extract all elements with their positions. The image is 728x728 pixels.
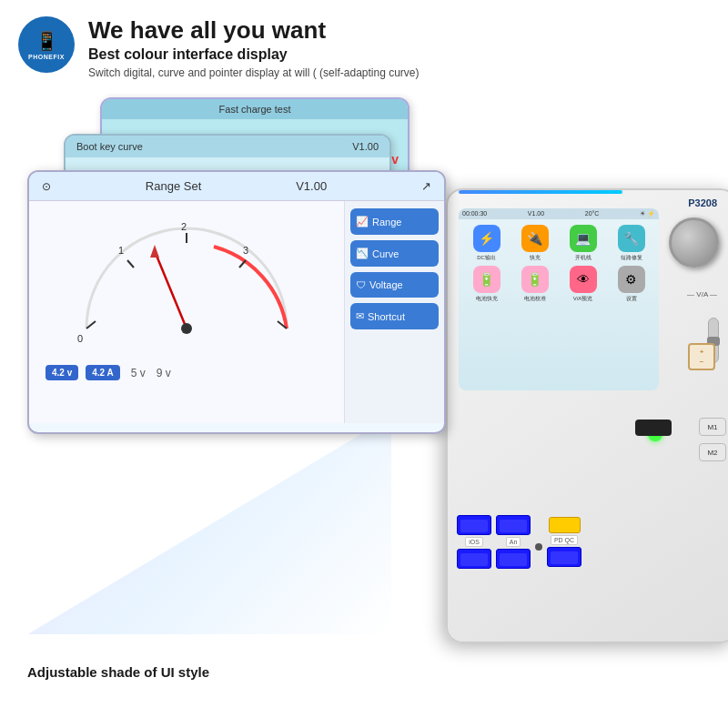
va-preview-icon: 👁: [570, 266, 597, 293]
boot-line-label: 开机线: [575, 254, 592, 262]
bottom-caption: Adjustable shade of UI style: [27, 664, 209, 680]
black-toggle[interactable]: [635, 420, 672, 436]
battery-calibrate-icon: 🔋: [521, 266, 549, 293]
short-repair-label: 短路修复: [621, 254, 642, 262]
shortcut-icon: ✉: [356, 310, 364, 322]
shortcut-button[interactable]: ✉ Shortcut: [350, 303, 439, 329]
logo: 📱 PHONEFIX: [18, 16, 75, 73]
screen-container: Fast charge test 8000 v 2400 A Boot key …: [27, 97, 482, 480]
svg-marker-11: [150, 245, 159, 258]
list-item[interactable]: 💻 开机线: [561, 225, 605, 262]
usb-port-an-top: [496, 515, 531, 535]
va-preview-label: V/A预览: [573, 295, 593, 303]
status-temp: 20°C: [585, 210, 600, 217]
screen-range-set: ⊙ Range Set V1.00 ↗: [27, 170, 446, 434]
svg-point-10: [181, 323, 192, 334]
page-subtitle: Best colour interface display: [88, 46, 710, 63]
logo-icon: 📱: [35, 30, 58, 52]
list-item[interactable]: 🔧 短路修复: [609, 225, 653, 262]
svg-text:2: 2: [181, 221, 187, 232]
status-version: V1.00: [528, 210, 544, 217]
range-label: Range: [372, 217, 401, 228]
front-screen-title: Range Set: [146, 179, 201, 193]
svg-line-1: [127, 260, 134, 268]
share-icon: ↗: [421, 179, 431, 193]
page-description: Switch digital, curve and pointer displa…: [88, 66, 710, 79]
shortcut-label: Shortcut: [368, 311, 405, 322]
port-row-1: iOS An PD QC: [457, 515, 672, 569]
pd-qc-label: PD QC: [551, 535, 578, 545]
meter-val1: 5 v: [131, 367, 146, 379]
screen-mid-header: Boot key curve V1.00: [66, 136, 389, 157]
svg-text:1: 1: [118, 245, 124, 256]
voltage-badge: 4.2 v: [46, 365, 78, 380]
m2-button[interactable]: M2: [699, 443, 726, 461]
battery-calibrate-label: 电池校准: [524, 295, 546, 303]
fast-charge-icon: 🔌: [521, 225, 549, 252]
device-body: P3208 00:00:30 V1.00 20°C ☀ ⚡ ⚡: [446, 188, 728, 643]
meter-bottom-values: 4.2 v 4.2 A 5 v 9 v: [38, 359, 335, 386]
settings-label: 设置: [626, 295, 637, 303]
voltage-label: Voltage: [369, 279, 403, 290]
device-ports-area: iOS An PD QC: [457, 515, 672, 569]
back-screen-title: Fast charge test: [219, 104, 291, 115]
main-content: Fast charge test 8000 v 2400 A Boot key …: [0, 88, 728, 707]
ios-port-group: iOS: [457, 515, 491, 569]
settings-icon: ⚙: [618, 266, 645, 293]
center-dot: [535, 543, 542, 551]
list-item[interactable]: 🔋 电池校准: [512, 266, 557, 303]
curve-label: Curve: [372, 248, 399, 259]
screen-front-header: ⊙ Range Set V1.00 ↗: [29, 172, 444, 201]
device-knob[interactable]: [669, 217, 719, 268]
usb-port-pd-bottom: [547, 547, 581, 567]
device-accent-line: [459, 190, 622, 194]
fast-charge-label: 快充: [530, 254, 541, 262]
curve-button[interactable]: 📉 Curve: [350, 240, 439, 267]
mid-screen-title: Boot key curve: [76, 141, 143, 152]
va-label: — V/A —: [687, 290, 717, 298]
analog-meter-svg: 0 1 2 3: [38, 210, 335, 356]
device-status-bar: 00:00:30 V1.00 20°C ☀ ⚡: [459, 208, 659, 219]
pd-qc-port: [549, 517, 581, 533]
ios-port-label: iOS: [465, 537, 483, 547]
list-item[interactable]: 🔌 快充: [512, 225, 557, 262]
list-item[interactable]: 👁 V/A预览: [561, 266, 605, 303]
svg-text:0: 0: [77, 333, 83, 344]
short-repair-icon: 🔧: [618, 225, 645, 252]
range-button[interactable]: 📈 Range: [350, 208, 439, 235]
usb-port-ios-bottom: [457, 549, 491, 569]
right-button-panel: 📈 Range 📉 Curve 🛡 Voltage ✉ Shortcut: [344, 201, 444, 423]
mid-screen-version: V1.00: [352, 141, 379, 152]
screen-back-header: Fast charge test: [102, 99, 408, 119]
device-model-label: P3208: [688, 197, 717, 208]
an-port-label: An: [506, 537, 521, 547]
device-right-buttons: M1 M2 + −: [699, 418, 726, 461]
curve-icon: 📉: [356, 248, 369, 259]
minus-label: −: [700, 358, 704, 366]
pd-qc-port-group: PD QC: [547, 517, 581, 567]
device-screen[interactable]: 00:00:30 V1.00 20°C ☀ ⚡ ⚡ DC输出 🔌 快充: [459, 208, 659, 390]
status-bt-icon: ☀ ⚡: [640, 210, 655, 217]
an-port-group: An: [496, 515, 531, 569]
analog-meter-area: 0 1 2 3 4.2 v 4.2 A 5 v: [29, 201, 344, 423]
logo-text: PHONEFIX: [28, 54, 65, 60]
range-icon: 📈: [356, 216, 369, 228]
header-section: 📱 PHONEFIX We have all you want Best col…: [0, 0, 728, 88]
usb-port-an-bottom: [496, 549, 531, 569]
m1-button[interactable]: M1: [699, 418, 726, 436]
page-title: We have all you want: [88, 16, 710, 45]
audio-jack: + −: [688, 343, 715, 370]
usb-port-ios-top: [457, 515, 491, 535]
current-badge: 4.2 A: [86, 365, 120, 380]
device-screen-inner: 00:00:30 V1.00 20°C ☀ ⚡ ⚡ DC输出 🔌 快充: [459, 208, 659, 390]
plus-label: +: [700, 348, 704, 356]
target-icon: ⊙: [42, 180, 51, 193]
svg-line-9: [155, 251, 187, 329]
list-item[interactable]: ⚙ 设置: [609, 266, 653, 303]
device-icon-grid: ⚡ DC输出 🔌 快充 💻 开机线 🔧 短: [459, 219, 659, 308]
voltage-icon: 🛡: [356, 279, 366, 290]
screen-front-body: 0 1 2 3 4.2 v 4.2 A 5 v: [29, 201, 444, 423]
voltage-button[interactable]: 🛡 Voltage: [350, 272, 439, 298]
boot-line-icon: 💻: [570, 225, 597, 252]
svg-text:3: 3: [243, 245, 248, 256]
